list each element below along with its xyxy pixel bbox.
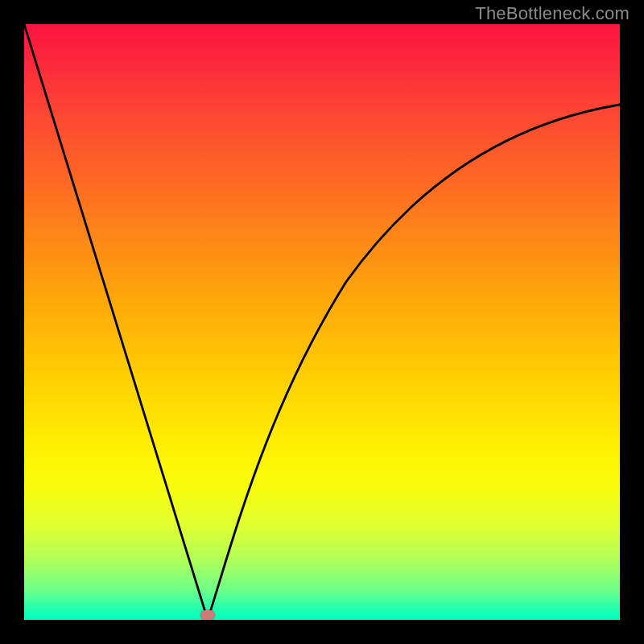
plot-area — [24, 24, 620, 620]
min-point-marker — [200, 610, 215, 620]
curve-svg — [24, 24, 620, 620]
curve-left-segment — [24, 24, 208, 620]
curve-right-segment — [208, 105, 620, 620]
chart-frame: TheBottleneck.com — [0, 0, 644, 644]
watermark-text: TheBottleneck.com — [475, 3, 630, 24]
